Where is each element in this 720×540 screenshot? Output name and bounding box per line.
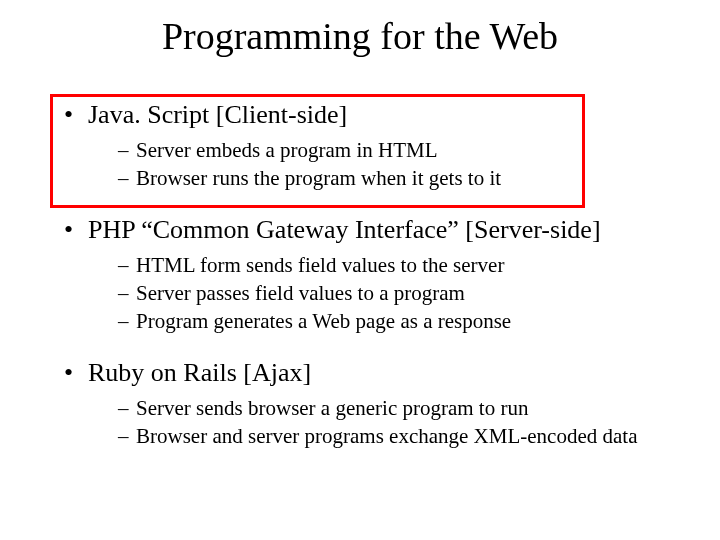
sub-item: HTML form sends field values to the serv…	[118, 251, 680, 279]
highlight-box	[50, 94, 585, 208]
sub-item: Server passes field values to a program	[118, 279, 680, 307]
sub-item: Server sends browser a generic program t…	[118, 394, 680, 422]
sub-item: Browser and server programs exchange XML…	[118, 422, 680, 450]
slide-title: Programming for the Web	[0, 14, 720, 58]
sublist-php: HTML form sends field values to the serv…	[60, 251, 680, 336]
sub-item: Program generates a Web page as a respon…	[118, 307, 680, 335]
bullet-ruby: Ruby on Rails [Ajax]	[60, 358, 680, 388]
bullet-php: PHP “Common Gateway Interface” [Server-s…	[60, 215, 680, 245]
slide: Programming for the Web Java. Script [Cl…	[0, 0, 720, 540]
sublist-ruby: Server sends browser a generic program t…	[60, 394, 680, 451]
